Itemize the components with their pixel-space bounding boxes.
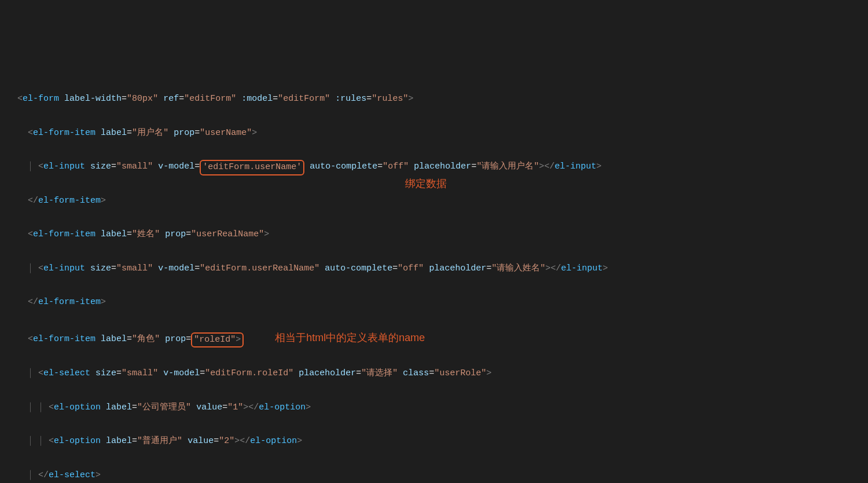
code-line[interactable]: │ <el-input size="small" v-model="editFo… [17,260,868,277]
code-editor[interactable]: <el-form label-width="80px" ref="editFor… [0,74,868,483]
code-line[interactable]: │ <el-select size="small" v-model="editF… [17,365,868,382]
code-line[interactable]: <el-form-item label="角色" prop="roleId"> … [17,328,868,348]
code-line[interactable]: │ │ <el-option label="普通用户" value="2"></… [17,433,868,449]
code-line[interactable]: <el-form-item label="用户名" prop="userName… [17,125,868,141]
code-line[interactable]: <el-form label-width="80px" ref="editFor… [17,90,868,107]
code-line[interactable]: │ </el-select> [17,467,868,483]
highlight-vmodel: 'editForm.userName' [200,160,304,175]
code-line[interactable]: │ <el-input size="small" v-model='editFo… [17,158,868,175]
code-line[interactable]: <el-form-item label="姓名" prop="userRealN… [17,226,868,243]
code-line[interactable]: </el-form-item> [17,294,868,310]
code-line[interactable]: │ │ <el-option label="公司管理员" value="1"><… [17,399,868,416]
highlight-prop-roleid: "roleId"> [191,332,244,348]
code-line[interactable]: </el-form-item>绑定数据 [17,192,868,209]
annotation-name: 相当于html中的定义表单的name [275,332,425,343]
annotation-bind-data: 绑定数据 [405,174,447,194]
